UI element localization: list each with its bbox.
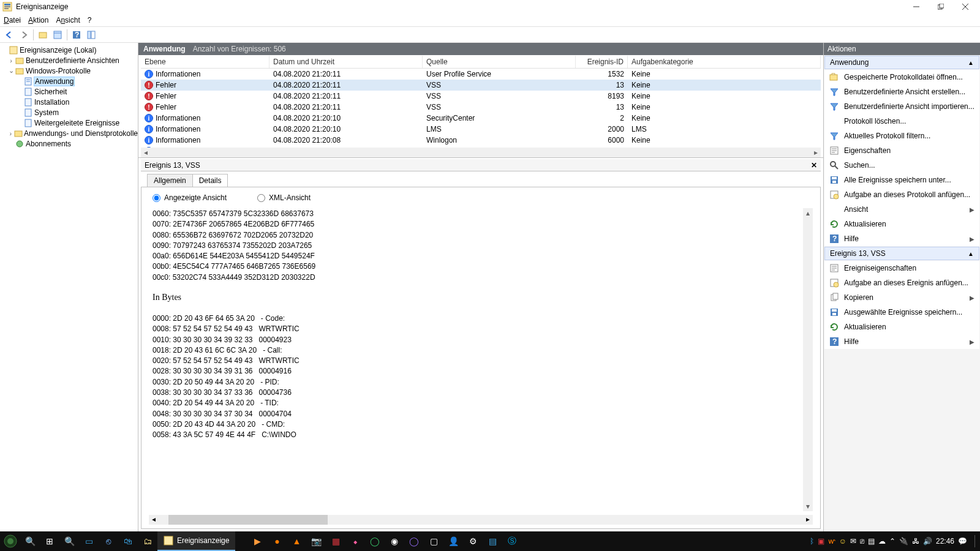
tray-icon[interactable]: ⱳ bbox=[828, 537, 835, 545]
action-item[interactable]: Aufgabe an dieses Ereignis anfügen... bbox=[824, 276, 979, 290]
action-item[interactable]: Protokoll löschen... bbox=[824, 114, 979, 129]
tray-icon[interactable]: ▤ bbox=[868, 537, 875, 545]
action-item[interactable]: Suchen... bbox=[824, 158, 979, 173]
action-item[interactable]: Gespeicherte Protokolldatei öffnen... bbox=[824, 70, 979, 84]
menu-action[interactable]: Aktion bbox=[28, 16, 48, 24]
power-icon[interactable]: 🔌 bbox=[899, 537, 908, 545]
back-button[interactable] bbox=[2, 28, 16, 42]
col-level[interactable]: Ebene bbox=[141, 56, 270, 68]
minimize-button[interactable] bbox=[904, 0, 929, 13]
tree-application[interactable]: Anwendung bbox=[0, 76, 138, 86]
tree-root[interactable]: Ereignisanzeige (Lokal) bbox=[0, 45, 138, 55]
toolbar-icon-2[interactable] bbox=[51, 28, 64, 42]
bluetooth-icon[interactable]: ᛒ bbox=[810, 537, 814, 545]
action-item[interactable]: Alle Ereignisse speichern unter... bbox=[824, 173, 979, 187]
taskbar-icon[interactable]: ⎋ bbox=[99, 531, 118, 551]
tree-security[interactable]: Sicherheit bbox=[0, 86, 138, 97]
detail-vscroll[interactable]: ▴▾ bbox=[803, 208, 813, 511]
tab-general[interactable]: Allgemein bbox=[147, 174, 193, 187]
action-item[interactable]: Eigenschaften bbox=[824, 143, 979, 158]
col-date[interactable]: Datum und Uhrzeit bbox=[270, 56, 423, 68]
help-icon[interactable]: ? bbox=[70, 28, 83, 42]
search-icon[interactable]: 🔍 bbox=[20, 531, 40, 551]
tray-icon[interactable]: ☺ bbox=[839, 537, 846, 545]
table-row[interactable]: iInformationen04.08.2020 21:20:10LMS2000… bbox=[141, 124, 821, 135]
taskbar-icon[interactable]: 🛍 bbox=[118, 531, 138, 551]
action-item[interactable]: Kopieren▶ bbox=[824, 290, 979, 305]
action-item[interactable]: Aktuelles Protokoll filtern... bbox=[824, 129, 979, 143]
task-view-icon[interactable]: ⊞ bbox=[40, 531, 59, 551]
firefox-icon[interactable]: ● bbox=[267, 531, 287, 551]
taskbar-icon[interactable]: ◯ bbox=[365, 531, 385, 551]
action-item[interactable]: Benutzerdefinierte Ansicht importieren..… bbox=[824, 99, 979, 114]
close-detail-button[interactable]: ✕ bbox=[811, 161, 817, 170]
hex-dump[interactable]: 0060: 735C5357 65747379 5C32336D 6863767… bbox=[149, 208, 803, 511]
table-row[interactable]: !Fehler04.08.2020 21:20:11VSS13Keine bbox=[141, 80, 821, 91]
skype-icon[interactable]: Ⓢ bbox=[502, 531, 522, 551]
tree-custom-views[interactable]: ›Benutzerdefinierte Ansichten bbox=[0, 55, 138, 66]
action-item[interactable]: Ereigniseigenschaften bbox=[824, 261, 979, 276]
radio-shown-view[interactable]: Angezeigte Ansicht bbox=[153, 193, 227, 202]
clock[interactable]: 22:46 bbox=[936, 537, 954, 545]
action-item[interactable]: Ausgewählte Ereignisse speichern... bbox=[824, 305, 979, 320]
tree-installation[interactable]: Installation bbox=[0, 97, 138, 107]
detail-hscroll[interactable]: ◂▸ bbox=[149, 515, 813, 525]
taskbar-icon[interactable]: ▭ bbox=[79, 531, 99, 551]
tree-windows-logs[interactable]: ⌄Windows-Protokolle bbox=[0, 66, 138, 76]
action-item[interactable]: Aktualisieren bbox=[824, 217, 979, 231]
close-button[interactable] bbox=[953, 0, 978, 13]
start-button[interactable] bbox=[1, 531, 20, 551]
nav-tree[interactable]: Ereignisanzeige (Lokal) ›Benutzerdefinie… bbox=[0, 43, 138, 531]
col-source[interactable]: Quelle bbox=[423, 56, 576, 68]
everything-icon[interactable]: 🔍 bbox=[59, 531, 79, 551]
taskbar-icon[interactable]: ▤ bbox=[483, 531, 502, 551]
volume-icon[interactable]: 🔊 bbox=[923, 537, 932, 545]
tray-icon[interactable]: ⌃ bbox=[889, 537, 895, 545]
tray-icon[interactable]: ▣ bbox=[818, 537, 824, 545]
table-row[interactable]: iInformationen04.08.2020 21:20:08Winlogo… bbox=[141, 135, 821, 146]
taskbar-icon[interactable]: ▢ bbox=[424, 531, 443, 551]
chrome-icon[interactable]: ◉ bbox=[385, 531, 404, 551]
table-row[interactable]: !Fehler04.08.2020 21:20:11VSS13Keine bbox=[141, 102, 821, 113]
maximize-button[interactable] bbox=[929, 0, 953, 13]
taskbar-app-active[interactable]: Ereignisanzeige bbox=[157, 531, 235, 551]
tree-system[interactable]: System bbox=[0, 107, 138, 118]
tree-subscriptions[interactable]: Abonnements bbox=[0, 138, 138, 149]
collapse-icon[interactable]: ▲ bbox=[968, 250, 974, 257]
radio-xml-view[interactable]: XML-Ansicht bbox=[257, 193, 311, 202]
table-row[interactable]: iInformationen04.08.2020 21:20:08Winlogo… bbox=[141, 146, 821, 148]
taskbar-icon[interactable]: ▦ bbox=[326, 531, 345, 551]
action-item[interactable]: ?Hilfe▶ bbox=[824, 231, 979, 246]
tray-icon[interactable]: ✉ bbox=[850, 537, 856, 545]
taskbar-icon[interactable]: 👤 bbox=[443, 531, 463, 551]
col-category[interactable]: Aufgabenkategorie bbox=[628, 56, 821, 68]
toolbar-icon-3[interactable] bbox=[85, 28, 98, 42]
actions-section-event[interactable]: Ereignis 13, VSS▲ bbox=[824, 247, 979, 260]
table-row[interactable]: iInformationen04.08.2020 21:20:11User Pr… bbox=[141, 69, 821, 80]
col-id[interactable]: Ereignis-ID bbox=[576, 56, 628, 68]
toolbar-icon-1[interactable] bbox=[36, 28, 50, 42]
tray-icon[interactable]: ⎚ bbox=[860, 537, 864, 545]
actions-section-app[interactable]: Anwendung▲ bbox=[824, 56, 979, 69]
taskbar-icon[interactable]: ▶ bbox=[247, 531, 267, 551]
camera-icon[interactable]: 📷 bbox=[306, 531, 326, 551]
menu-view[interactable]: Ansicht bbox=[56, 16, 80, 24]
tree-service-logs[interactable]: ›Anwendungs- und Dienstprotokolle bbox=[0, 128, 138, 138]
table-body[interactable]: iInformationen04.08.2020 21:20:11User Pr… bbox=[141, 69, 821, 148]
menu-help[interactable]: ? bbox=[88, 16, 92, 24]
show-desktop[interactable] bbox=[974, 535, 977, 547]
action-item[interactable]: Aktualisieren bbox=[824, 320, 979, 334]
taskbar-icon[interactable]: ⚙ bbox=[463, 531, 483, 551]
action-item[interactable]: ?Hilfe▶ bbox=[824, 334, 979, 349]
taskbar-icon[interactable]: ◯ bbox=[404, 531, 424, 551]
action-item[interactable]: Ansicht▶ bbox=[824, 202, 979, 217]
action-item[interactable]: Benutzerdefinierte Ansicht erstellen... bbox=[824, 84, 979, 99]
system-tray[interactable]: ᛒ ▣ ⱳ ☺ ✉ ⎚ ▤ ☁ ⌃ 🔌 🖧 🔊 22:46 💬 bbox=[810, 535, 979, 547]
tree-forwarded[interactable]: Weitergeleitete Ereignisse bbox=[0, 118, 138, 128]
collapse-icon[interactable]: ▲ bbox=[968, 59, 974, 66]
taskbar-icon[interactable]: ⬥ bbox=[345, 531, 365, 551]
horizontal-scrollbar[interactable]: ◂▸ bbox=[141, 148, 821, 157]
notifications-icon[interactable]: 💬 bbox=[958, 537, 967, 545]
action-item[interactable]: Aufgabe an dieses Protokoll anfügen... bbox=[824, 187, 979, 202]
wifi-icon[interactable]: 🖧 bbox=[912, 537, 919, 545]
